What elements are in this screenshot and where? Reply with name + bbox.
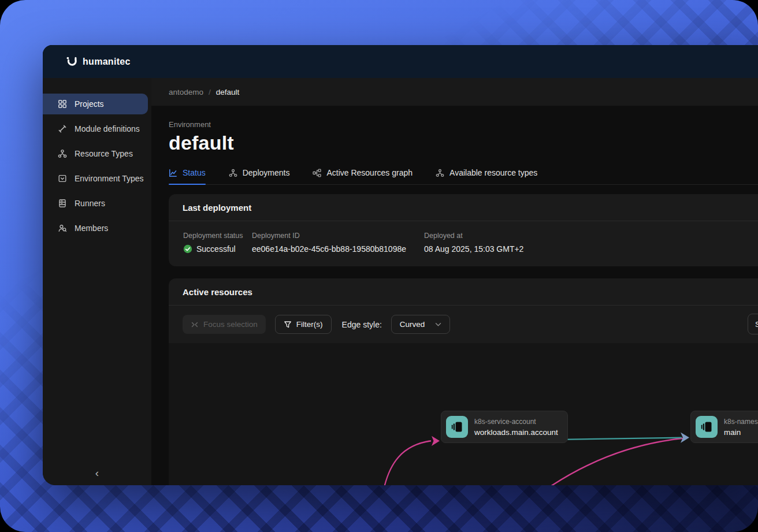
sidebar-item-environment-types[interactable]: Environment Types (43, 168, 148, 189)
filters-button[interactable]: Filter(s) (275, 315, 332, 334)
page-content: Environment default Status (151, 106, 758, 485)
deployment-status-field: Deployment status Successful (183, 232, 252, 254)
box-check-icon (58, 174, 67, 183)
tab-label: Deployments (243, 168, 290, 177)
focus-icon (191, 321, 199, 329)
focus-selection-button[interactable]: Focus selection (183, 315, 266, 334)
app-window: humanitec Projects (43, 45, 758, 485)
grid-icon (58, 99, 67, 109)
edge-style-dropdown[interactable]: Curved (391, 315, 451, 334)
button-label: Filter(s) (296, 320, 323, 329)
graph-node-k8s-service-account[interactable]: k8s-service-account workloads.main.accou… (441, 411, 568, 443)
humanitec-logo[interactable]: humanitec (66, 55, 131, 68)
logo-text: humanitec (83, 57, 131, 67)
tab-available-resource-types[interactable]: Available resource types (436, 168, 537, 184)
sidebar-item-members[interactable]: Members (43, 218, 148, 239)
pipe-icon (58, 124, 67, 133)
resource-graph-canvas[interactable]: k8s-service-account workloads.main.accou… (169, 343, 758, 485)
edge-style-label: Edge style: (342, 320, 382, 329)
sidebar: Projects Module definitions (43, 78, 151, 485)
environment-eyebrow: Environment (169, 120, 758, 129)
sidebar-item-label: Environment Types (75, 174, 144, 183)
field-label: Deployment ID (252, 232, 424, 240)
tab-active-resources-graph[interactable]: Active Resources graph (313, 168, 413, 184)
graph-node-k8s-namespace[interactable]: k8s-namesp main (690, 411, 758, 443)
active-resources-card: Active resources Focus selection (169, 278, 758, 485)
tab-label: Status (183, 168, 206, 177)
partial-right-button[interactable]: S (748, 314, 758, 334)
node-name: main (724, 428, 758, 437)
status-badge: Successful (196, 244, 236, 254)
sidebar-item-resource-types[interactable]: Resource Types (43, 143, 148, 164)
deployment-details: Deployment status Successful (169, 221, 758, 266)
container-icon (446, 416, 468, 438)
deployed-at-field: Deployed at 08 Aug 2025, 15:03 GMT+2 (424, 232, 744, 254)
funnel-icon (284, 321, 292, 329)
tab-status[interactable]: Status (169, 168, 206, 184)
server-icon (58, 199, 67, 208)
tab-deployments[interactable]: Deployments (229, 168, 290, 184)
breadcrumb-separator: / (209, 88, 211, 96)
field-label: Deployed at (424, 232, 744, 240)
sidebar-item-label: Module definitions (75, 124, 140, 133)
node-type: k8s-service-account (474, 418, 558, 426)
sidebar-collapse-button[interactable]: ‹ (43, 467, 151, 479)
sidebar-item-label: Projects (75, 99, 104, 109)
deployment-id-field: Deployment ID ee06e14a-b02e-45c6-bb88-19… (252, 232, 424, 254)
breadcrumb-project[interactable]: antodemo (169, 88, 203, 96)
graph-toolbar: Focus selection Filter(s) Edge style: (169, 306, 758, 343)
sidebar-item-label: Runners (75, 199, 105, 208)
node-name: workloads.main.account (474, 428, 558, 437)
dropdown-value: Curved (400, 320, 425, 329)
line-chart-icon (169, 169, 177, 177)
sidebar-item-label: Resource Types (75, 149, 133, 158)
sidebar-item-runners[interactable]: Runners (43, 193, 148, 214)
hierarchy-icon (229, 169, 237, 177)
tab-label: Active Resources graph (326, 168, 413, 177)
page-title: default (169, 132, 758, 154)
main-area: antodemo / default Environment default (151, 78, 758, 485)
members-icon (58, 224, 67, 233)
deployment-id-value: ee06e14a-b02e-45c6-bb88-19580b81098e (252, 244, 424, 254)
check-circle-icon (183, 244, 192, 254)
node-graph-icon (313, 169, 321, 177)
hierarchy-icon (58, 149, 67, 158)
tab-label: Available resource types (449, 168, 537, 177)
humanitec-logo-icon (66, 55, 78, 68)
node-type: k8s-namesp (724, 418, 758, 426)
card-title: Active resources (169, 278, 758, 306)
breadcrumb-current: default (216, 88, 240, 96)
button-label: S (755, 320, 758, 329)
tab-bar: Status Deployments (169, 168, 758, 185)
sidebar-item-projects[interactable]: Projects (43, 94, 148, 114)
button-label: Focus selection (203, 320, 258, 329)
breadcrumb: antodemo / default (151, 78, 758, 106)
last-deployment-card: Last deployment Deployment status (169, 194, 758, 266)
deployed-at-value: 08 Aug 2025, 15:03 GMT+2 (424, 244, 744, 254)
hierarchy-icon (436, 169, 444, 177)
field-label: Deployment status (183, 232, 252, 240)
container-icon (696, 416, 718, 438)
card-title: Last deployment (169, 194, 758, 221)
top-bar: humanitec (43, 45, 758, 78)
chevron-down-icon (435, 322, 441, 327)
sidebar-item-module-definitions[interactable]: Module definitions (43, 118, 148, 139)
sidebar-item-label: Members (75, 224, 108, 233)
